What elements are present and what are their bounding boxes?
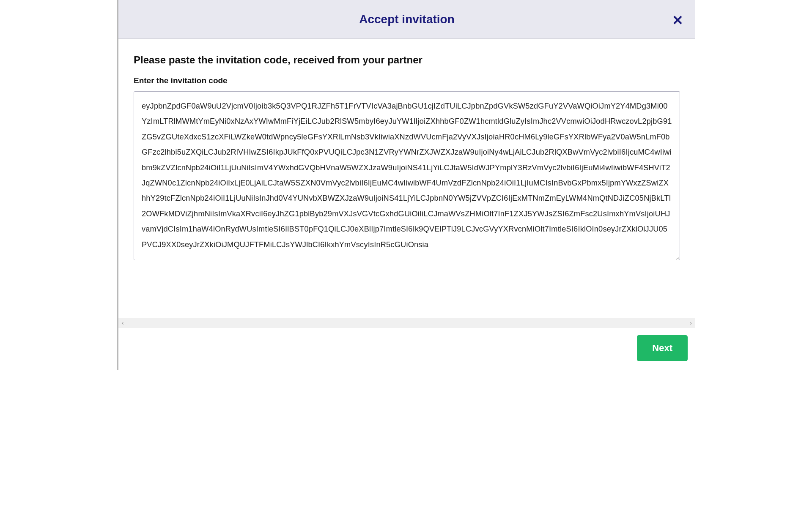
scroll-left-arrow[interactable]: ‹: [122, 319, 124, 326]
invitation-code-input[interactable]: [134, 91, 680, 260]
horizontal-scrollbar[interactable]: ‹ ›: [118, 318, 695, 328]
close-icon[interactable]: ✕: [672, 14, 683, 27]
next-button[interactable]: Next: [637, 335, 688, 361]
modal-footer: Next: [118, 328, 695, 368]
input-label: Enter the invitation code: [134, 76, 680, 85]
modal-header: Accept invitation ✕: [118, 0, 695, 39]
modal-title: Accept invitation: [359, 13, 455, 26]
modal-body: Please paste the invitation code, receiv…: [118, 39, 695, 318]
scroll-right-arrow[interactable]: ›: [690, 319, 692, 326]
instruction-text: Please paste the invitation code, receiv…: [134, 54, 680, 66]
